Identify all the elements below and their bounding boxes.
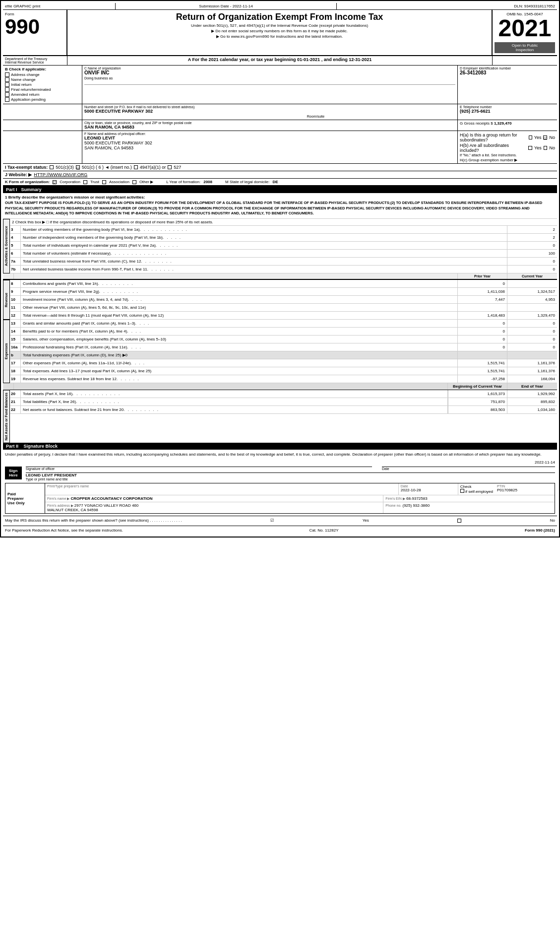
irs-yes-label: Yes: [363, 518, 369, 523]
line8-num: 8: [10, 280, 21, 287]
line12-row: 12 Total revenue—add lines 8 through 11 …: [10, 312, 557, 320]
part2-title: Signature Block: [24, 444, 58, 449]
line3-right: 2: [532, 226, 557, 233]
name-change-checkbox[interactable]: [5, 77, 9, 82]
irs-no-checkbox[interactable]: [457, 519, 461, 523]
527-checkbox[interactable]: [168, 165, 172, 169]
501c6-checkbox[interactable]: [76, 165, 80, 169]
pp-firm-address-field: Firm's address ▶ 2977 YGNACIO VALLEY ROA…: [45, 502, 383, 513]
gross-right: G Gross receipts $ 1,329,470: [458, 120, 557, 131]
officer-name-value: LEONID LEVIT PRESIDENT: [26, 473, 555, 477]
open-to-public: Open to PublicInspection: [495, 42, 555, 53]
pp-phone-value: (925) 932-3860: [402, 503, 430, 508]
line5-row: 5 Total number of individuals employed i…: [10, 242, 557, 250]
trust-checkbox[interactable]: [83, 180, 87, 184]
website-url[interactable]: HTTP://WWW.ONVIF.ORG: [34, 172, 87, 177]
pp-row3: Firm's address ▶ 2977 YGNACIO VALLEY ROA…: [45, 502, 555, 513]
application-pending-checkbox[interactable]: [5, 97, 9, 102]
sig-signature-field[interactable]: Signature of officer: [26, 467, 372, 471]
address-change-checkbox[interactable]: [5, 72, 9, 77]
line22-end: 1,034,160: [507, 406, 557, 413]
activities-governance-section: Activities & Governance 2 Check this box…: [3, 219, 557, 273]
check-applicable-section: B Check if applicable: Address change Na…: [3, 66, 557, 104]
pp-firm-name-field: Firm's name ▶ CROPPER ACCOUNTANCY CORPOR…: [45, 495, 383, 502]
activities-content: 2 Check this box ▶ □ if the organization…: [10, 219, 557, 273]
amended-return-checkbox[interactable]: [5, 92, 9, 97]
principal-left: F Name and address of principal officer:…: [82, 131, 458, 163]
final-return-checkbox[interactable]: [5, 87, 9, 92]
line16a-desc: Professional fundraising fees (Part IX, …: [21, 343, 458, 351]
revenue-col-headers: Prior Year Current Year: [3, 273, 557, 280]
form-org-label: K Form of organization:: [5, 180, 50, 184]
na-desc-header: [14, 383, 448, 390]
pp-date-value: 2022-10-28: [401, 488, 456, 492]
check-address-change[interactable]: Address change: [5, 72, 80, 77]
check-boxes: B Check if applicable: Address change Na…: [3, 66, 82, 104]
trust-label: Trust: [90, 180, 99, 184]
line7b-num: 7b: [10, 266, 21, 273]
line10-current: 4,953: [507, 296, 557, 303]
check-initial-return[interactable]: Initial return: [5, 82, 80, 87]
line21-row: 21 Total liabilities (Part X, line 26) .…: [10, 398, 557, 406]
line16a-current: 0: [507, 343, 557, 351]
line18-row: 18 Total expenses. Add lines 13–17 (must…: [10, 367, 557, 375]
sig-line1: Signature of officer Date: [26, 467, 555, 471]
hb-no-checkbox[interactable]: [544, 146, 548, 150]
city-value: SAN RAMON, CA 94583: [84, 125, 455, 130]
address-value: 5000 EXECUTIVE PARKWAY 302: [84, 109, 455, 114]
line16a-row: 16a Professional fundraising fees (Part …: [10, 343, 557, 351]
expenses-content: 13 Grants and similar amounts paid (Part…: [10, 320, 557, 383]
hb-label: H(b) Are all subordinates included?: [460, 143, 526, 153]
line3-val: [507, 226, 532, 233]
main-header: Form 990 Return of Organization Exempt F…: [3, 10, 557, 56]
ha-no-checkbox[interactable]: [543, 135, 547, 139]
line11-desc: Other revenue (Part VIII, column (A), li…: [21, 304, 458, 311]
self-employed-label: if self-employed: [465, 489, 493, 494]
tax-status-section: I Tax-exempt status: 501(c)(3) 501(c) ( …: [3, 164, 557, 171]
net-assets-section: Net Assets or Fund Balances 20 Total ass…: [3, 390, 557, 443]
sign-here-label: SignHere: [5, 467, 22, 479]
4947a1-checkbox[interactable]: [134, 165, 138, 169]
signature-block: Under penalties of perjury, I declare th…: [3, 450, 557, 516]
amended-return-label: Amended return: [11, 92, 39, 97]
revenue-side-label: Revenue: [3, 280, 10, 320]
association-checkbox[interactable]: [102, 180, 106, 184]
line7a-val: [507, 258, 532, 265]
col-prior-header: Prior Year: [458, 273, 507, 279]
principal-label: F Name and address of principal officer:: [84, 132, 455, 135]
hb-row: H(b) Are all subordinates included? Yes …: [460, 143, 555, 153]
hb-yes-checkbox[interactable]: [528, 146, 532, 150]
part1-header: Part I Summary: [3, 186, 557, 193]
line5-num: 5: [10, 242, 21, 249]
check-amended-return[interactable]: Amended return: [5, 92, 80, 97]
line11-current: [507, 304, 557, 311]
line21-end: 895,832: [507, 398, 557, 405]
check-name-change[interactable]: Name change: [5, 77, 80, 82]
line6-row: 6 Total number of volunteers (estimate i…: [10, 250, 557, 258]
line11-row: 11 Other revenue (Part VIII, column (A),…: [10, 304, 557, 312]
other-checkbox[interactable]: [132, 180, 136, 184]
tax-year-row: A For the 2021 calendar year, or tax yea…: [67, 56, 493, 65]
pp-name-label: Print/Type preparer's name: [47, 484, 396, 488]
address-section: Number and street (or P.O. box if mail i…: [3, 104, 557, 120]
check-application-pending[interactable]: Application pending: [5, 97, 80, 102]
initial-return-checkbox[interactable]: [5, 82, 9, 87]
line4-row: 4 Number of independent voting members o…: [10, 234, 557, 242]
irs-yes-check: ☑: [270, 518, 274, 523]
line18-current: 1,161,376: [507, 367, 557, 375]
self-employed-checkbox[interactable]: [460, 489, 464, 493]
corporation-checkbox[interactable]: [53, 180, 57, 184]
501c3-checkbox[interactable]: [50, 165, 54, 169]
principal-spacer: [3, 131, 82, 163]
net-assets-content: 20 Total assets (Part X, line 16) . . . …: [10, 390, 557, 443]
line9-row: 9 Program service revenue (Part VIII, li…: [10, 288, 557, 296]
pp-phone-label: Phone no.: [385, 504, 401, 507]
check-final-return[interactable]: Final return/terminated: [5, 87, 80, 92]
hc-label: H(c) Group exemption number ▶: [460, 158, 555, 162]
form-title-heading: Return of Organization Exempt From Incom…: [71, 12, 488, 22]
line13-num: 13: [10, 320, 21, 327]
other-org-label: Other ▶: [139, 180, 153, 184]
line10-desc: Investment income (Part VIII, column (A)…: [21, 296, 458, 303]
line9-desc: Program service revenue (Part VIII, line…: [21, 288, 458, 295]
ha-yes-checkbox[interactable]: [529, 135, 532, 139]
